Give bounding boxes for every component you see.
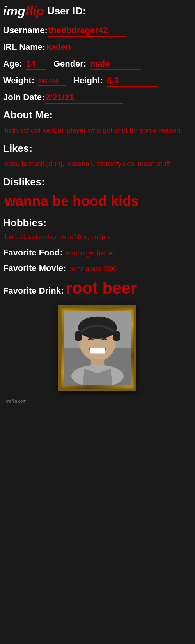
fav-movie-row: Favorite Movie: home alone 1990 bbox=[3, 263, 192, 273]
about-me-heading: About Me: bbox=[3, 109, 192, 121]
likes-text: cats, football (duh), baseball, stereoty… bbox=[3, 158, 192, 171]
likes-heading: Likes: bbox=[3, 143, 192, 155]
svg-rect-6 bbox=[75, 331, 82, 341]
hobbies-heading: Hobbies: bbox=[3, 217, 192, 229]
header-row: imgflip User ID: bbox=[3, 4, 192, 18]
about-me-text: high school football player who got shot… bbox=[3, 124, 192, 137]
userid-label: User ID: bbox=[47, 5, 86, 17]
height-value: 6,3 bbox=[107, 76, 158, 87]
dislikes-text: wanna be hood kids bbox=[3, 191, 192, 211]
portrait-container bbox=[3, 305, 192, 391]
footer-text: imgflip.com bbox=[3, 399, 192, 403]
weight-label: Weight: bbox=[3, 76, 34, 86]
flip-text: flip bbox=[25, 4, 44, 18]
portrait-frame bbox=[58, 305, 136, 391]
username-label: Username: bbox=[3, 25, 48, 35]
username-row: Username: thedbdrager42 bbox=[3, 25, 192, 37]
irl-name-row: IRL Name: kaden bbox=[3, 42, 192, 53]
username-value: thedbdrager42 bbox=[48, 25, 126, 37]
fav-drink-label: Favorite Drink: bbox=[3, 286, 64, 296]
fav-movie-label: Favorite Movie: bbox=[3, 263, 66, 273]
svg-rect-7 bbox=[113, 331, 120, 341]
imgflip-logo: imgflip bbox=[3, 4, 44, 18]
fav-food-value: hamburger helper bbox=[65, 250, 114, 257]
height-label: Height: bbox=[73, 76, 103, 86]
age-value: 14 bbox=[26, 59, 46, 70]
fav-food-label: Favorite Food: bbox=[3, 248, 63, 258]
fav-drink-value: root beer bbox=[66, 279, 137, 297]
person-svg bbox=[64, 311, 131, 385]
fav-food-row: Favorite Food: hamburger helper bbox=[3, 248, 192, 258]
portrait-image bbox=[64, 311, 131, 385]
weight-value: 195-210 bbox=[38, 78, 66, 86]
age-gender-row: Age: 14 Gender: male bbox=[3, 59, 192, 70]
dislikes-heading: Dislikes: bbox=[3, 176, 192, 188]
gender-value: male bbox=[90, 59, 141, 70]
irl-name-label: IRL Name: bbox=[3, 42, 45, 52]
join-date-value: 2/21/21 bbox=[45, 92, 123, 104]
join-date-label: Join Date: bbox=[3, 92, 44, 102]
age-label: Age: bbox=[3, 59, 22, 69]
hobbies-text: football, swimming, dead lifting puffers bbox=[3, 232, 192, 242]
page-container: imgflip User ID: Username: thedbdrager42… bbox=[0, 0, 195, 644]
irl-name-value: kaden bbox=[46, 42, 124, 53]
gender-label: Gender: bbox=[53, 59, 86, 69]
svg-rect-5 bbox=[90, 348, 105, 353]
weight-height-row: Weight: 195-210 Height: 6,3 bbox=[3, 76, 192, 87]
fav-drink-row: Favorite Drink: root beer bbox=[3, 279, 192, 297]
join-date-row: Join Date: 2/21/21 bbox=[3, 92, 192, 104]
fav-movie-value: home alone 1990 bbox=[68, 266, 117, 273]
